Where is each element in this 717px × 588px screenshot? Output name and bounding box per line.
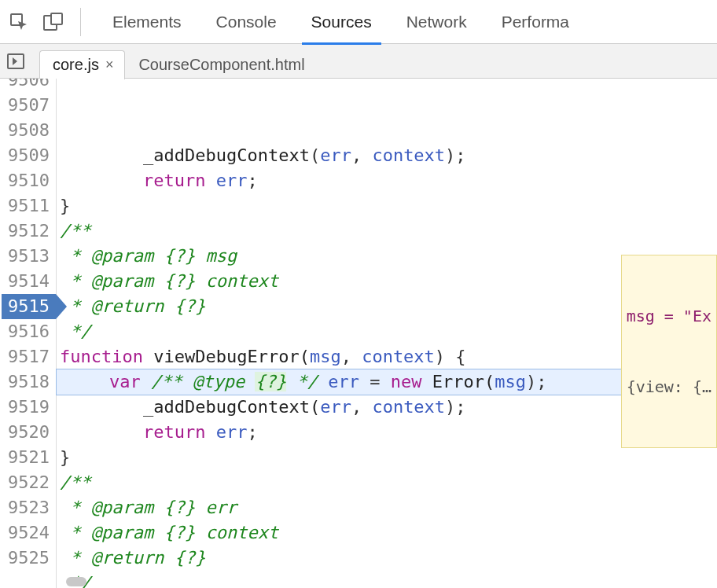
overlay-line: msg = "Ex (627, 307, 711, 325)
code-line[interactable]: /** (60, 470, 717, 495)
svg-marker-4 (13, 57, 17, 65)
source-editor[interactable]: 9506950795089509951095119512951395149515… (0, 79, 717, 588)
horizontal-scroll-thumb[interactable] (66, 577, 86, 586)
line-number[interactable]: 9516 (2, 319, 50, 344)
separator (80, 8, 81, 36)
line-number[interactable]: 9511 (2, 193, 50, 219)
line-number[interactable]: 9518 (2, 369, 50, 395)
side-panel-toggle-icon[interactable] (5, 50, 27, 72)
code-line[interactable]: * @return {?} (60, 294, 717, 319)
sources-subbar: core.js × CourseComponent.html (0, 44, 717, 79)
tab-console[interactable]: Console (199, 0, 294, 44)
code-line[interactable]: /** (60, 219, 717, 244)
line-number[interactable]: 9512 (2, 219, 50, 244)
line-number[interactable]: 9522 (2, 470, 50, 495)
code-line[interactable]: _addDebugContext(err, context); (60, 143, 717, 168)
inline-value-overlay: msg = "Ex {view: {… (621, 255, 717, 448)
panel-tabs: Elements Console Sources Network Perform… (95, 0, 586, 44)
file-tab-core-js[interactable]: core.js × (39, 50, 125, 79)
code-line[interactable]: } (60, 193, 717, 219)
code-line[interactable]: * @param {?} msg (60, 244, 717, 269)
line-number[interactable]: 9525 (2, 546, 50, 571)
code-line[interactable]: } (60, 445, 717, 470)
tab-network[interactable]: Network (389, 0, 484, 44)
tab-elements[interactable]: Elements (95, 0, 199, 44)
device-toggle-icon[interactable] (41, 9, 66, 35)
code-line[interactable]: */ (60, 571, 717, 588)
tab-label: Elements (112, 13, 182, 31)
line-number[interactable]: 9519 (2, 395, 50, 420)
code-line[interactable]: * @return {?} (60, 546, 717, 571)
tab-label: Sources (311, 13, 372, 31)
code-line[interactable]: var /** @type {?} */ err = new Error(msg… (57, 369, 717, 395)
code-line[interactable]: * @param {?} err (60, 495, 717, 520)
line-number[interactable]: 9508 (2, 118, 50, 143)
line-number[interactable]: 9514 (2, 269, 50, 294)
svg-rect-2 (51, 13, 62, 24)
tab-label: Performa (502, 13, 569, 31)
line-number[interactable]: 9506 (2, 79, 50, 93)
line-number[interactable]: 9524 (2, 520, 50, 546)
tab-label: Network (406, 13, 467, 31)
overlay-line: {view: {… (627, 377, 711, 396)
file-tab-label: CourseComponent.html (138, 56, 304, 74)
devtools-toolbar: Elements Console Sources Network Perform… (0, 0, 717, 44)
code-line[interactable]: * @param {?} context (60, 269, 717, 294)
file-tab-coursecomponent[interactable]: CourseComponent.html (125, 50, 316, 79)
code-line[interactable]: */ (60, 319, 717, 344)
line-gutter[interactable]: 9506950795089509951095119512951395149515… (0, 79, 57, 588)
close-icon[interactable]: × (105, 57, 114, 73)
file-tabs: core.js × CourseComponent.html (39, 44, 317, 79)
tab-performance[interactable]: Performa (484, 0, 586, 44)
line-number[interactable]: 9520 (2, 420, 50, 445)
code-area[interactable]: msg = "Ex {view: {… _addDebugContext(err… (57, 79, 717, 588)
code-line[interactable]: return err; (60, 420, 717, 445)
line-number[interactable]: 9515 (2, 294, 56, 319)
line-number[interactable]: 9507 (2, 93, 50, 118)
tab-sources[interactable]: Sources (294, 0, 389, 44)
code-line[interactable]: * @param {?} context (60, 520, 717, 546)
line-number[interactable]: 9510 (2, 168, 50, 193)
line-number[interactable]: 9521 (2, 445, 50, 470)
line-number[interactable]: 9513 (2, 244, 50, 269)
line-number[interactable]: 9523 (2, 495, 50, 520)
file-tab-label: core.js (53, 56, 99, 74)
code-line[interactable]: return err; (60, 168, 717, 193)
tab-label: Console (216, 13, 277, 31)
line-number[interactable]: 9509 (2, 143, 50, 168)
code-line[interactable]: function viewDebugError(msg, context) { (60, 344, 717, 369)
code-line[interactable]: _addDebugContext(err, context); (60, 395, 717, 420)
inspect-icon[interactable] (6, 9, 31, 35)
line-number[interactable]: 9517 (2, 344, 50, 369)
